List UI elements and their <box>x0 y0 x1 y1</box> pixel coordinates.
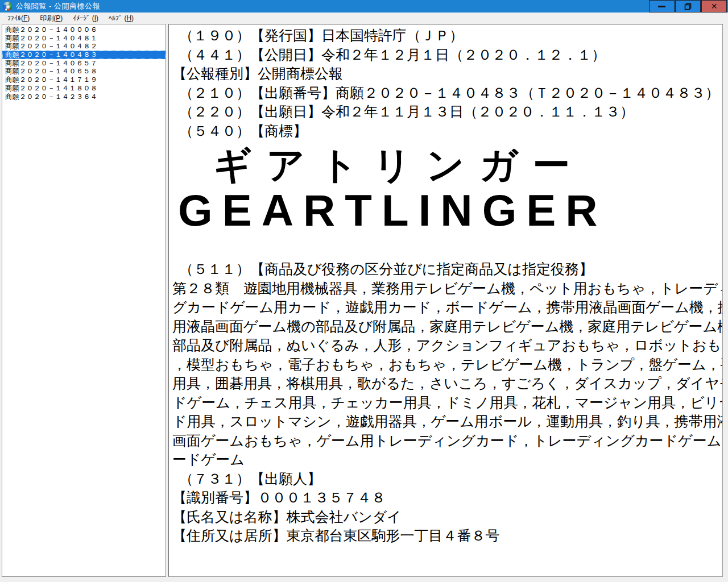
document-line: 用具，囲碁用具，将棋用具，歌がるた，さいころ，すごろく，ダイスカップ，ダイヤモン <box>172 374 719 393</box>
menu-item[interactable]: ﾌｧｲﾙ(F) <box>2 13 35 23</box>
document-line: （１９０）【発行国】日本国特許庁（ＪＰ） <box>172 26 719 45</box>
document-line: （２１０）【出願番号】商願２０２０－１４０４８３（Ｔ２０２０－１４０４８３） <box>172 84 719 103</box>
menu-item[interactable]: ﾍﾙﾌﾟ (H) <box>104 13 139 23</box>
list-item[interactable]: 商願２０２０－１４０４８１ <box>2 34 166 43</box>
list-item[interactable]: 商願２０２０－１４０６５８ <box>2 67 166 76</box>
list-item[interactable]: 商願２０２０－１４２３６４ <box>2 93 166 101</box>
list-item[interactable]: 商願２０２０－１４０６５７ <box>2 59 166 68</box>
document-line: 画面ゲームおもちゃ，ゲーム用トレーディングカード，トレーディングカードゲーム，カ <box>172 431 719 451</box>
document-line: （５４０）【商標】 <box>172 122 719 141</box>
close-icon: ✕ <box>711 2 718 10</box>
document-line: グカードゲーム用カード，遊戯用カード，ボードゲーム，携帯用液晶画面ゲーム機，携帯 <box>172 298 719 317</box>
document-line: （７３１）【出願人】 <box>172 469 719 489</box>
list-item[interactable]: 商願２０２０－１４０４８２ <box>2 42 166 51</box>
title-bar[interactable]: 公報閲覧 - 公開商標公報 ✕ <box>0 0 728 13</box>
list-item[interactable]: 商願２０２０－１４０４８３ <box>2 51 166 59</box>
minimize-icon <box>658 6 665 7</box>
document-line: ，模型おもちゃ，電子おもちゃ，おもちゃ，テレビゲーム機，トランプ，盤ゲーム，手品 <box>172 355 719 375</box>
list-item[interactable]: 商願２０２０－１４１８０８ <box>2 84 166 93</box>
document-line: ド用具，スロットマシン，遊戯用器具，ゲーム用ボール，運動用具，釣り具，携帯用液晶 <box>172 412 719 431</box>
document-line: 部品及び附属品，ぬいぐるみ，人形，アクションフィギュアおもちゃ，ロボットおもちゃ <box>172 336 719 355</box>
document-line: （５１１）【商品及び役務の区分並びに指定商品又は指定役務】 <box>172 260 719 279</box>
document-line: 【住所又は居所】東京都台東区駒形一丁目４番８号 <box>172 526 719 546</box>
restore-icon <box>684 3 692 10</box>
document-line: ドゲーム，チェス用具，チェッカー用具，ドミノ用具，花札，マージャン用具，ビリヤー <box>172 393 719 413</box>
minimize-button[interactable] <box>649 0 675 13</box>
close-button[interactable]: ✕ <box>701 0 727 13</box>
trademark-latin: GEARTLINGER <box>178 187 719 234</box>
document-line: 【識別番号】０００１３５７４８ <box>172 488 719 508</box>
document-view: （１９０）【発行国】日本国特許庁（ＪＰ）（４４１）【公開日】令和２年１２月１日（… <box>168 24 723 577</box>
trademark-image: ギアトリンガー GEARTLINGER <box>172 143 719 234</box>
document-header: （１９０）【発行国】日本国特許庁（ＪＰ）（４４１）【公開日】令和２年１２月１日（… <box>172 26 719 140</box>
restore-button[interactable] <box>675 0 701 13</box>
document-line: 第２８類 遊園地用機械器具，業務用テレビゲーム機，ペット用おもちゃ，トレーディン <box>172 279 719 298</box>
menu-bar: ﾌｧｲﾙ(F)印刷(P)ｲﾒｰｼﾞ (I)ﾍﾙﾌﾟ (H) <box>0 13 728 24</box>
document-line: 用液晶画面ゲーム機の部品及び附属品，家庭用テレビゲーム機，家庭用テレビゲーム機の <box>172 317 719 336</box>
window-title: 公報閲覧 - 公開商標公報 <box>16 1 100 11</box>
list-item[interactable]: 商願２０２０－１４０００６ <box>2 26 166 34</box>
list-item[interactable]: 商願２０２０－１４１７１９ <box>2 76 166 84</box>
gazette-list[interactable]: 商願２０２０－１４０００６商願２０２０－１４０４８１商願２０２０－１４０４８２商… <box>2 24 166 577</box>
goods-section: （５１１）【商品及び役務の区分並びに指定商品又は指定役務】第２８類 遊園地用機械… <box>172 260 719 469</box>
disc-icon <box>3 2 12 11</box>
document-line: 【氏名又は名称】株式会社バンダイ <box>172 508 719 527</box>
document-line: 【公報種別】公開商標公報 <box>172 64 719 84</box>
menu-item[interactable]: 印刷(P) <box>35 13 68 24</box>
document-line: （２２０）【出願日】令和２年１１月１３日（２０２０．１１．１３） <box>172 102 719 122</box>
trademark-katakana: ギアトリンガー <box>213 143 719 187</box>
document-line: （４４１）【公開日】令和２年１２月１日（２０２０．１２．１） <box>172 45 719 65</box>
menu-item[interactable]: ｲﾒｰｼﾞ (I) <box>68 13 104 23</box>
applicant-section: （７３１）【出願人】【識別番号】０００１３５７４８【氏名又は名称】株式会社バンダ… <box>172 469 719 546</box>
document-line: ードゲーム <box>172 450 719 469</box>
window-controls: ✕ <box>649 0 727 13</box>
